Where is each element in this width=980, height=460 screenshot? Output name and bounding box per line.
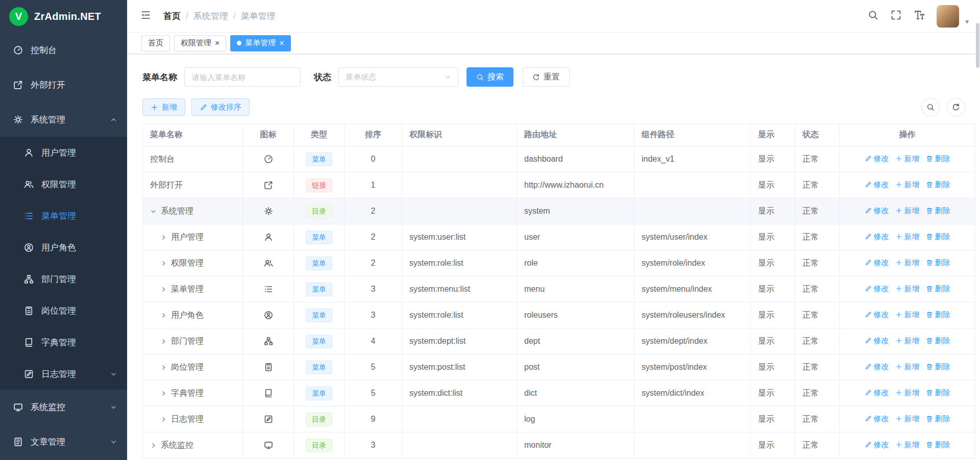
edit-link[interactable]: 修改 bbox=[865, 388, 889, 398]
delete-link[interactable]: 删除 bbox=[926, 362, 950, 372]
chevron-right-icon[interactable] bbox=[160, 390, 171, 397]
edit-link[interactable]: 修改 bbox=[865, 206, 889, 216]
chevron-right-icon[interactable] bbox=[160, 364, 171, 371]
scrollbar-thumb[interactable] bbox=[976, 23, 979, 68]
table-row[interactable]: 菜单管理菜单3system:menu:listmenusystem/menu/i… bbox=[143, 276, 975, 302]
add-link[interactable]: 新增 bbox=[895, 154, 920, 164]
edit-link[interactable]: 修改 bbox=[865, 336, 889, 346]
edit-link[interactable]: 修改 bbox=[865, 414, 889, 424]
page-scrollbar[interactable] bbox=[976, 0, 979, 460]
add-link[interactable]: 新增 bbox=[895, 284, 920, 294]
sidebar-item-tree[interactable]: 部门管理 bbox=[0, 263, 127, 295]
sort-edit-button[interactable]: 修改排序 bbox=[191, 98, 250, 116]
header-search-button[interactable] bbox=[868, 10, 878, 22]
table-row[interactable]: 系统管理目录2system显示正常修改新增删除 bbox=[143, 198, 975, 224]
tab-item[interactable]: 菜单管理× bbox=[230, 35, 290, 52]
table-row[interactable]: 用户角色菜单3system:role:listroleuserssystem/r… bbox=[143, 302, 975, 328]
delete-link[interactable]: 删除 bbox=[926, 154, 950, 164]
chevron-right-icon[interactable] bbox=[160, 312, 171, 319]
type-tag: 菜单 bbox=[306, 361, 332, 374]
menu-name-input[interactable] bbox=[184, 67, 301, 87]
tab-item[interactable]: 首页 bbox=[141, 35, 170, 52]
edit-link[interactable]: 修改 bbox=[865, 362, 889, 372]
fullscreen-button[interactable] bbox=[891, 10, 901, 22]
delete-link[interactable]: 删除 bbox=[926, 388, 950, 398]
edit-link[interactable]: 修改 bbox=[865, 258, 889, 268]
sidebar-item-gear[interactable]: 系统管理 bbox=[0, 102, 127, 137]
delete-link[interactable]: 删除 bbox=[926, 284, 950, 294]
delete-link[interactable]: 删除 bbox=[926, 414, 950, 424]
chevron-right-icon[interactable] bbox=[160, 286, 171, 293]
delete-link[interactable]: 删除 bbox=[926, 440, 950, 450]
add-button[interactable]: 新增 bbox=[142, 98, 185, 116]
sidebar-item-external[interactable]: 外部打开 bbox=[0, 67, 127, 102]
delete-link[interactable]: 删除 bbox=[926, 180, 950, 190]
delete-link[interactable]: 删除 bbox=[926, 258, 950, 268]
delete-link[interactable]: 删除 bbox=[926, 336, 950, 346]
avatar[interactable] bbox=[937, 5, 959, 28]
sidebar-item-post[interactable]: 岗位管理 bbox=[0, 295, 127, 326]
delete-link[interactable]: 删除 bbox=[926, 310, 950, 320]
search-button[interactable]: 搜索 bbox=[467, 67, 513, 87]
sidebar-item-article[interactable]: 文章管理 bbox=[0, 424, 127, 459]
close-icon[interactable]: × bbox=[215, 39, 219, 47]
perm-cell: system:dict:list bbox=[402, 380, 517, 406]
chevron-down-icon[interactable] bbox=[150, 208, 161, 215]
close-icon[interactable]: × bbox=[279, 39, 284, 47]
table-row[interactable]: 部门管理菜单4system:dept:listdeptsystem/dept/i… bbox=[143, 328, 975, 354]
add-link[interactable]: 新增 bbox=[895, 258, 920, 268]
visible-cell: 显示 bbox=[751, 302, 795, 328]
add-link[interactable]: 新增 bbox=[895, 388, 920, 398]
sidebar-item-users[interactable]: 权限管理 bbox=[0, 168, 127, 200]
table-row[interactable]: 岗位管理菜单5system:post:listpostsystem/post/i… bbox=[143, 354, 975, 380]
edit-link[interactable]: 修改 bbox=[865, 180, 889, 190]
reset-button[interactable]: 重置 bbox=[523, 67, 570, 87]
chevron-right-icon[interactable] bbox=[160, 234, 171, 241]
table-row[interactable]: 外部打开链接1http://www.izhaorui.cn显示正常修改新增删除 bbox=[143, 172, 975, 198]
add-link[interactable]: 新增 bbox=[895, 232, 920, 242]
add-link[interactable]: 新增 bbox=[895, 206, 920, 216]
chevron-right-icon[interactable] bbox=[150, 442, 161, 449]
add-link[interactable]: 新增 bbox=[895, 336, 920, 346]
edit-link[interactable]: 修改 bbox=[865, 440, 889, 450]
chevron-right-icon[interactable] bbox=[160, 416, 171, 423]
add-link[interactable]: 新增 bbox=[895, 440, 920, 450]
add-link[interactable]: 新增 bbox=[895, 362, 920, 372]
tab-item[interactable]: 权限管理× bbox=[174, 35, 226, 52]
table-row[interactable]: 系统监控目录3monitor显示正常修改新增删除 bbox=[143, 432, 975, 458]
add-link[interactable]: 新增 bbox=[895, 180, 920, 190]
toggle-search-button[interactable] bbox=[921, 98, 940, 116]
sidebar-item-dict[interactable]: 字典管理 bbox=[0, 326, 127, 358]
breadcrumb-item[interactable]: 首页 bbox=[163, 10, 181, 22]
edit-link[interactable]: 修改 bbox=[865, 154, 889, 164]
app-title: ZrAdmin.NET bbox=[34, 11, 101, 22]
sidebar-item-user-role[interactable]: 用户角色 bbox=[0, 232, 127, 263]
table-row[interactable]: 用户管理菜单2system:user:listusersystem/user/i… bbox=[143, 224, 975, 250]
sidebar-item-monitor[interactable]: 系统监控 bbox=[0, 390, 127, 424]
sidebar-item-list[interactable]: 菜单管理 bbox=[0, 200, 127, 232]
visible-cell: 显示 bbox=[751, 354, 795, 380]
sidebar-item-dashboard[interactable]: 控制台 bbox=[0, 33, 127, 67]
sidebar-item-user[interactable]: 用户管理 bbox=[0, 137, 127, 168]
active-tab-dot bbox=[237, 41, 241, 45]
status-select[interactable]: 菜单状态 bbox=[338, 67, 458, 87]
add-link[interactable]: 新增 bbox=[895, 310, 920, 320]
table-row[interactable]: 日志管理目录9log显示正常修改新增删除 bbox=[143, 406, 975, 432]
font-size-button[interactable] bbox=[914, 10, 924, 22]
edit-link[interactable]: 修改 bbox=[865, 310, 889, 320]
perm-cell: system:user:list bbox=[402, 224, 517, 250]
table-row[interactable]: 控制台菜单0dashboardindex_v1显示正常修改新增删除 bbox=[143, 146, 975, 172]
avatar-caret-icon[interactable]: ▾ bbox=[965, 17, 969, 28]
chevron-right-icon[interactable] bbox=[160, 338, 171, 345]
delete-link[interactable]: 删除 bbox=[926, 206, 950, 216]
sidebar-item-log[interactable]: 日志管理 bbox=[0, 358, 127, 390]
table-row[interactable]: 字典管理菜单5system:dict:listdictsystem/dict/i… bbox=[143, 380, 975, 406]
edit-link[interactable]: 修改 bbox=[865, 232, 889, 242]
edit-link[interactable]: 修改 bbox=[865, 284, 889, 294]
delete-link[interactable]: 删除 bbox=[926, 232, 950, 242]
chevron-right-icon[interactable] bbox=[160, 260, 171, 267]
refresh-table-button[interactable] bbox=[947, 98, 965, 116]
table-row[interactable]: 权限管理菜单2system:role:listrolesystem/role/i… bbox=[143, 250, 975, 276]
sidebar-toggle-button[interactable] bbox=[140, 10, 151, 22]
add-link[interactable]: 新增 bbox=[895, 414, 920, 424]
